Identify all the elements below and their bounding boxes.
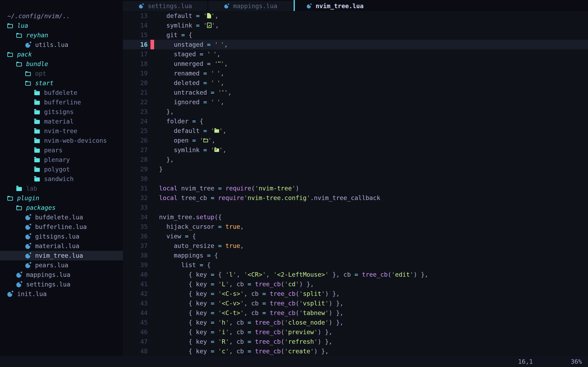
code-line-48[interactable]: 48 { key = 'c', cb = tree_cb('create') }… [123,346,588,356]
tree-item-label: opt [35,70,46,77]
code-text: } [159,164,588,174]
code-line-39[interactable]: 39 list = { [123,260,588,270]
tree-item-init-lua[interactable]: init.lua [0,289,123,299]
tree-item-nvim-web-devicons[interactable]: nvim-web-devicons [0,136,123,145]
code-text: list = { [159,260,588,270]
code-text: { key = '<C-s>', cb = tree_cb('split') }… [159,289,588,299]
code-line-27[interactable]: 27 symlink = '↗', [123,145,588,155]
file-tree-sidebar[interactable]: ~/.config/nvim/..luareyhanutils.luapackb… [0,11,123,356]
tree-item-label: nvim-tree [44,127,77,134]
editor-buffer[interactable]: 13 default = '',14 symlink = '↗',15 git … [123,11,588,356]
code-line-26[interactable]: 26 open = '', [123,136,588,145]
folder-open-icon [25,82,31,86]
tree-item-label: pears.lua [35,262,68,269]
tree-item-sandwich[interactable]: sandwich [0,174,123,184]
code-line-36[interactable]: 36 view = { [123,231,588,241]
tree-item-label: ~/.config/nvim/.. [7,12,70,20]
tree-item-bundle[interactable]: bundle [0,59,123,69]
tree-item-gitsigns[interactable]: gitsigns [0,107,123,117]
tree-item-mappings-lua[interactable]: mappings.lua [0,270,123,280]
tab-settings-lua[interactable]: settings.lua [123,1,208,11]
tree-item-settings-lua[interactable]: settings.lua [0,280,123,289]
code-line-17[interactable]: 17 staged = '', [123,49,588,59]
tab-mappings-lua[interactable]: mappings.lua [208,1,293,11]
code-line-29[interactable]: 29} [123,164,588,174]
code-line-42[interactable]: 42 { key = '<C-s>', cb = tree_cb('split'… [123,289,588,299]
code-line-38[interactable]: 38 mappings = { [123,250,588,260]
code-text: { key = 'h', cb = tree_cb('close_node') … [159,318,588,327]
code-line-15[interactable]: 15 git = { [123,30,588,40]
code-line-45[interactable]: 45 { key = 'h', cb = tree_cb('close_node… [123,318,588,327]
code-line-13[interactable]: 13 default = '', [123,11,588,21]
code-text: { key = 'i', cb = tree_cb('preview') }, [159,327,588,337]
code-line-41[interactable]: 41 { key = 'L', cb = tree_cb('cd') }, [123,279,588,289]
tree-item-label: nvim_tree.lua [35,252,83,259]
code-line-31[interactable]: 31local nvim_tree = require('nvim-tree') [123,184,588,193]
code-line-25[interactable]: 25 default = '', [123,126,588,136]
tab-nvim-tree-lua[interactable]: nvim_tree.lua [295,1,388,11]
tree-item-plenary[interactable]: plenary [0,155,123,165]
line-number: 31 [123,184,148,193]
code-line-22[interactable]: 22 ignored = '', [123,97,588,107]
code-line-24[interactable]: 24 folder = { [123,117,588,126]
code-line-20[interactable]: 20 deleted = '', [123,78,588,88]
code-line-33[interactable]: 33 [123,203,588,212]
tree-item-bufferline-lua[interactable]: bufferline.lua [0,222,123,232]
code-line-30[interactable]: 30 [123,174,588,184]
lua-icon [7,291,13,297]
code-line-32[interactable]: 32local tree_cb = require'nvim-tree.conf… [123,193,588,203]
tree-item-nvim-tree[interactable]: nvim-tree [0,126,123,136]
code-line-14[interactable]: 14 symlink = '↗', [123,21,588,30]
tree-item-bufferline[interactable]: bufferline [0,98,123,107]
code-line-34[interactable]: 34nvim_tree.setup({ [123,212,588,222]
tree-item-pack[interactable]: pack [0,50,123,59]
code-line-23[interactable]: 23 }, [123,107,588,117]
code-line-19[interactable]: 19 renamed = '', [123,68,588,78]
tree-item-pears[interactable]: pears [0,145,123,155]
lua-icon [25,42,31,48]
code-text: { key = 'L', cb = tree_cb('cd') }, [159,279,588,289]
tree-item-bufdelete-lua[interactable]: bufdelete.lua [0,212,123,222]
tree-item-polygot[interactable]: polygot [0,165,123,174]
git-deleted-icon [214,80,217,86]
tree-item-material-lua[interactable]: material.lua [0,241,123,251]
tree-item-label: plenary [44,156,70,163]
code-line-46[interactable]: 46 { key = 'i', cb = tree_cb('preview') … [123,327,588,337]
tree-item-utils-lua[interactable]: utils.lua [0,40,123,50]
tree-item-opt[interactable]: opt [0,69,123,78]
tree-item-reyhan[interactable]: reyhan [0,30,123,40]
folder-open-icon [25,72,31,76]
lua-icon [25,262,31,268]
tree-item-plugin[interactable]: plugin [0,193,123,203]
tree-item-lab[interactable]: lab [0,184,123,193]
code-line-16[interactable]: 16 unstaged = '', [123,40,588,49]
code-text: open = '', [159,136,588,145]
code-line-21[interactable]: 21 untracked = '', [123,88,588,97]
code-line-43[interactable]: 43 { key = '<C-v>', cb = tree_cb('vsplit… [123,299,588,308]
code-line-28[interactable]: 28 }, [123,155,588,164]
tree-item-pears-lua[interactable]: pears.lua [0,260,123,270]
tree-item-packages[interactable]: packages [0,203,123,212]
code-line-35[interactable]: 35 hijack_cursor = true, [123,222,588,231]
tab-label: nvim_tree.lua [316,2,364,9]
tree-root-path[interactable]: ~/.config/nvim/.. [0,11,123,21]
tree-item-label: bufferline [44,99,81,106]
code-text: mappings = { [159,250,588,260]
code-line-18[interactable]: 18 unmerged = '', [123,59,588,68]
line-number: 14 [123,21,148,30]
folder-icon [34,149,40,153]
tree-item-lua[interactable]: lua [0,21,123,30]
tree-item-material[interactable]: material [0,117,123,126]
folder-icon [34,177,40,182]
tree-item-gitsigns-lua[interactable]: gitsigns.lua [0,232,123,241]
tree-item-start[interactable]: start [0,78,123,88]
code-line-47[interactable]: 47 { key = 'R', cb = tree_cb('refresh') … [123,337,588,346]
tree-item-nvim-tree-lua[interactable]: nvim_tree.lua [0,251,123,260]
tree-item-bufdelete[interactable]: bufdelete [0,88,123,98]
tree-item-label: polygot [44,166,70,173]
code-line-44[interactable]: 44 { key = '<C-t>', cb = tree_cb('tabnew… [123,308,588,318]
code-text: folder = { [159,117,588,126]
code-text: default = '', [159,11,588,21]
code-line-40[interactable]: 40 { key = { 'l', '<CR>', '<2-LeftMouse>… [123,270,588,279]
code-line-37[interactable]: 37 auto_resize = true, [123,241,588,250]
